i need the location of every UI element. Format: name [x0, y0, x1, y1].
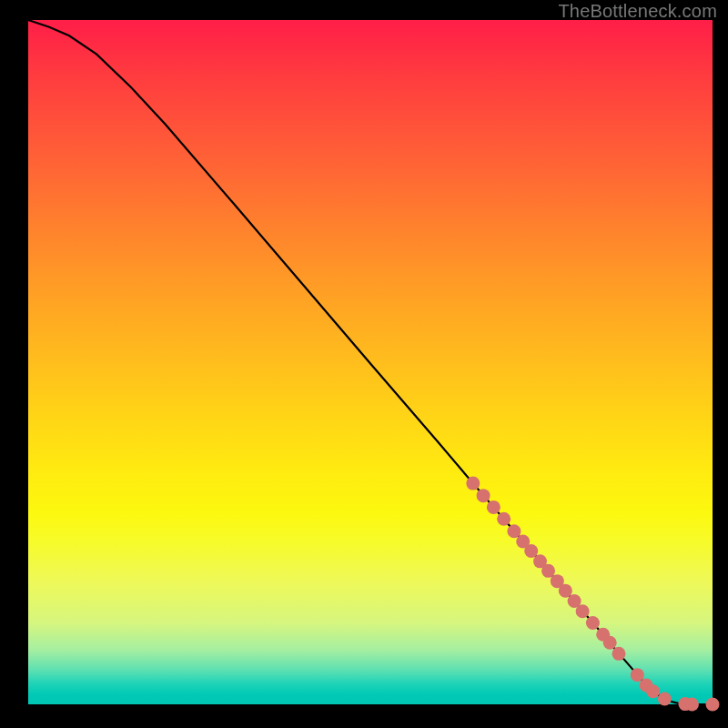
data-marker: [706, 698, 720, 712]
data-marker: [487, 500, 500, 514]
series-line: [28, 20, 713, 704]
watermark-text: TheBottleneck.com: [558, 1, 717, 22]
data-marker: [477, 489, 490, 502]
data-marker: [603, 636, 617, 650]
data-marker: [466, 477, 480, 490]
data-marker: [631, 668, 644, 682]
data-marker: [524, 544, 538, 558]
data-marker: [685, 698, 699, 712]
data-marker: [612, 647, 625, 661]
data-marker: [541, 564, 555, 578]
data-marker: [658, 692, 672, 705]
data-marker: [646, 684, 660, 698]
data-marker: [586, 616, 600, 630]
series-markers: [466, 477, 719, 712]
chart-frame: TheBottleneck.com: [0, 0, 728, 728]
chart-svg: [28, 20, 713, 704]
data-marker: [559, 584, 572, 598]
data-marker: [576, 604, 590, 618]
data-marker: [507, 524, 521, 538]
plot-area: [28, 20, 713, 704]
data-marker: [497, 512, 511, 526]
